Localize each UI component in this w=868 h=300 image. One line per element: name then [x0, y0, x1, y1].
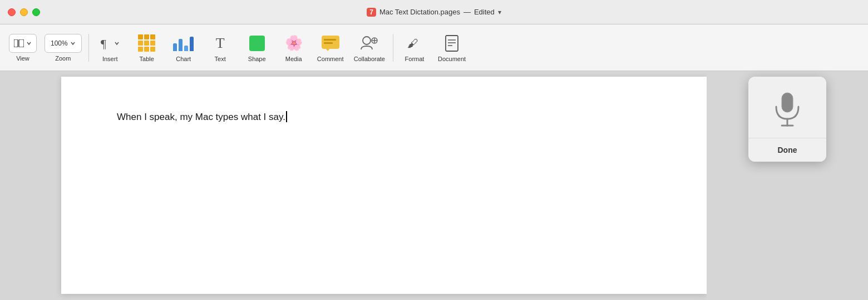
svg-rect-8	[446, 36, 458, 51]
table-label: Table	[140, 56, 154, 62]
document-area[interactable]: When I speak, my Mac types what I say.	[61, 71, 707, 299]
media-button[interactable]: 🌸 Media	[276, 28, 312, 67]
chevron-down-icon	[114, 41, 120, 46]
microphone-icon	[771, 90, 804, 129]
svg-rect-12	[782, 93, 793, 112]
collaborate-label: Collaborate	[354, 56, 385, 62]
view-label: View	[16, 55, 29, 62]
chart-icon-area	[174, 33, 194, 53]
text-icon: T	[216, 35, 225, 52]
toolbar-separator-1	[88, 34, 89, 62]
svg-point-3	[363, 37, 371, 44]
shape-icon	[249, 36, 265, 51]
media-label: Media	[285, 56, 302, 62]
maximize-button[interactable]	[32, 8, 40, 16]
mic-area	[748, 77, 826, 138]
comment-icon	[322, 36, 339, 51]
insert-icon: ¶	[100, 36, 120, 51]
insert-label: Insert	[102, 56, 118, 62]
svg-text:¶: ¶	[101, 37, 106, 51]
document-page[interactable]: When I speak, my Mac types what I say.	[61, 77, 707, 294]
table-icon	[138, 34, 155, 52]
shape-label: Shape	[248, 56, 266, 62]
collaborate-button[interactable]: Collaborate	[349, 28, 389, 67]
text-icon-area: T	[210, 33, 230, 53]
text-button[interactable]: T Text	[203, 28, 238, 67]
file-status: Edited	[474, 8, 495, 16]
insert-button[interactable]: ¶ Insert	[92, 28, 128, 67]
comment-label: Comment	[317, 56, 344, 62]
toolbar: View 100% Zoom ¶ Insert	[0, 24, 868, 71]
format-button[interactable]: 🖌 Format	[397, 28, 432, 67]
format-icon-area: 🖌	[405, 33, 425, 53]
svg-text:🖌: 🖌	[407, 37, 418, 49]
minimize-button[interactable]	[20, 8, 28, 16]
chevron-down-icon	[70, 41, 76, 46]
view-button[interactable]	[9, 34, 37, 53]
chart-icon	[173, 36, 194, 51]
zoom-label: Zoom	[55, 55, 71, 62]
comment-icon-area	[320, 33, 341, 53]
dictation-popup: Done	[748, 77, 826, 162]
table-icon-area	[137, 33, 157, 53]
title-bar: 7 Mac Text Dictation.pages — Edited ▾	[0, 0, 868, 24]
format-label: Format	[405, 56, 425, 62]
document-text: When I speak, my Mac types what I say.	[117, 112, 285, 122]
document-label: Document	[438, 56, 466, 62]
shape-icon-area	[247, 33, 267, 53]
table-button[interactable]: Table	[129, 28, 165, 67]
shape-button[interactable]: Shape	[239, 28, 275, 67]
view-icon	[14, 39, 24, 47]
view-group: View	[6, 34, 40, 62]
traffic-lights	[8, 8, 40, 16]
file-name: Mac Text Dictation.pages	[379, 8, 460, 16]
collaborate-icon-area	[359, 33, 379, 53]
left-gutter	[0, 71, 61, 299]
svg-rect-0	[14, 39, 18, 47]
title-separator: —	[463, 8, 471, 16]
main-area: When I speak, my Mac types what I say. D…	[0, 71, 868, 299]
close-button[interactable]	[8, 8, 16, 16]
document-icon-area	[442, 33, 462, 53]
media-icon: 🌸	[285, 34, 303, 52]
toolbar-separator-2	[393, 34, 393, 62]
document-button[interactable]: Document	[433, 28, 470, 67]
app-icon: 7	[367, 8, 376, 17]
comment-button[interactable]: Comment	[313, 28, 348, 67]
done-button[interactable]: Done	[755, 146, 820, 154]
text-cursor	[286, 111, 287, 122]
chart-button[interactable]: Chart	[166, 28, 201, 67]
zoom-group: 100% Zoom	[41, 34, 85, 62]
chart-label: Chart	[176, 56, 191, 62]
window-title: 7 Mac Text Dictation.pages — Edited ▾	[367, 8, 501, 17]
document-icon	[445, 35, 459, 52]
format-icon: 🖌	[406, 35, 423, 52]
title-dropdown-arrow[interactable]: ▾	[498, 8, 501, 16]
zoom-button[interactable]: 100%	[45, 34, 82, 53]
zoom-value: 100%	[51, 39, 68, 47]
right-panel: Done	[707, 71, 868, 299]
svg-rect-1	[19, 39, 24, 47]
done-area: Done	[748, 138, 826, 162]
page-content[interactable]: When I speak, my Mac types what I say.	[117, 110, 651, 124]
text-label: Text	[215, 56, 226, 62]
media-icon-area: 🌸	[284, 33, 304, 53]
insert-icon-area: ¶	[100, 33, 120, 53]
collaborate-icon	[360, 35, 379, 52]
chevron-down-icon	[26, 41, 32, 46]
